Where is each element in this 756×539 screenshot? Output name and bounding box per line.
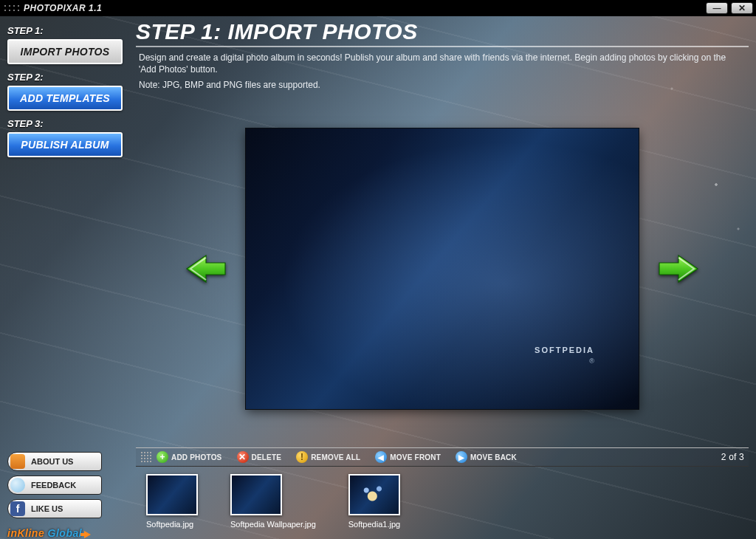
arrow-right-icon: ▶ — [456, 451, 467, 463]
facebook-icon: f — [10, 501, 25, 516]
add-photos-label: ADD PHOTOS — [171, 453, 222, 461]
step3-label: STEP 3: — [7, 118, 126, 129]
sidebar-links: ABOUT US FEEDBACK f LIKE US — [7, 452, 126, 518]
divider — [136, 46, 749, 47]
main-panel: STEP 1: IMPORT PHOTOS Design and create … — [133, 16, 752, 535]
delete-icon: ✕ — [237, 451, 249, 463]
preview-watermark: SOFTPEDIA — [535, 346, 594, 354]
thumbnail-item[interactable]: Softpedia.jpg — [146, 474, 198, 529]
close-button[interactable]: ✕ — [731, 2, 753, 14]
move-back-button[interactable]: ▶ MOVE BACK — [456, 451, 517, 463]
minimize-button[interactable]: — — [706, 2, 728, 14]
add-photos-button[interactable]: + ADD PHOTOS — [157, 451, 222, 463]
thumbnail-image — [230, 474, 282, 515]
page-description: Design and create a digital photo album … — [139, 52, 746, 75]
thumbnail-caption: Softpedia1.jpg — [348, 520, 400, 529]
delete-label: DELETE — [252, 453, 282, 461]
about-us-button[interactable]: ABOUT US — [7, 452, 102, 471]
arrow-icon — [84, 531, 91, 538]
inkline-global-logo: inKline Global — [7, 527, 126, 539]
warning-icon: ! — [296, 451, 308, 463]
remove-all-button[interactable]: ! REMOVE ALL — [296, 451, 360, 463]
arrow-left-icon: ◀ — [375, 451, 387, 463]
preview-watermark-sub: ® — [589, 357, 594, 365]
remove-all-label: REMOVE ALL — [311, 453, 360, 461]
step-add-templates-button[interactable]: ADD TEMPLATES — [7, 86, 123, 111]
window-controls: — ✕ — [706, 2, 753, 14]
step-publish-album-button[interactable]: PUBLISH ALBUM — [7, 132, 123, 157]
step1-label: STEP 1: — [7, 25, 126, 36]
thumbnail-image — [146, 474, 198, 515]
move-front-label: MOVE FRONT — [390, 453, 441, 461]
move-front-button[interactable]: ◀ MOVE FRONT — [375, 451, 441, 463]
thumbnail-strip: Softpedia.jpg Softpedia Wallpaper.jpg So… — [133, 467, 752, 535]
step-import-photos-button[interactable]: IMPORT PHOTOS — [7, 39, 123, 64]
title-bar: PHOTOPIXAR 1.1 — ✕ — [0, 0, 756, 16]
like-us-button[interactable]: f LIKE US — [7, 499, 102, 518]
thumbnail-item[interactable]: Softpedia1.jpg — [348, 474, 400, 529]
delete-button[interactable]: ✕ DELETE — [237, 451, 282, 463]
feedback-button[interactable]: FEEDBACK — [7, 476, 102, 495]
thumbnail-item[interactable]: Softpedia Wallpaper.jpg — [230, 474, 316, 529]
plus-icon: + — [157, 451, 168, 463]
briefcase-icon — [10, 454, 25, 469]
move-back-label: MOVE BACK — [470, 453, 517, 461]
next-photo-button[interactable] — [656, 253, 701, 285]
thumbnail-image — [348, 474, 400, 515]
photo-counter: 2 of 3 — [721, 452, 744, 462]
feedback-label: FEEDBACK — [31, 481, 76, 490]
app-title: PHOTOPIXAR 1.1 — [24, 3, 102, 13]
previous-photo-button[interactable] — [184, 253, 228, 285]
page-title: STEP 1: IMPORT PHOTOS — [136, 19, 752, 44]
file-format-note: Note: JPG, BMP and PNG files are support… — [139, 80, 746, 90]
photo-toolbar: + ADD PHOTOS ✕ DELETE ! REMOVE ALL ◀ MOV… — [136, 447, 749, 467]
toolbar-grip-icon — [140, 451, 152, 463]
like-us-label: LIKE US — [31, 504, 63, 513]
thumbnail-caption: Softpedia Wallpaper.jpg — [230, 520, 316, 529]
photo-preview: SOFTPEDIA ® — [246, 128, 639, 409]
step2-label: STEP 2: — [7, 72, 126, 83]
photo-viewer: SOFTPEDIA ® — [139, 97, 746, 440]
thumbnail-caption: Softpedia.jpg — [146, 520, 193, 529]
speech-bubble-icon — [10, 478, 25, 492]
sidebar: STEP 1: IMPORT PHOTOS STEP 2: ADD TEMPLA… — [0, 16, 133, 539]
about-us-label: ABOUT US — [31, 457, 73, 466]
titlebar-grip-icon — [3, 4, 21, 13]
